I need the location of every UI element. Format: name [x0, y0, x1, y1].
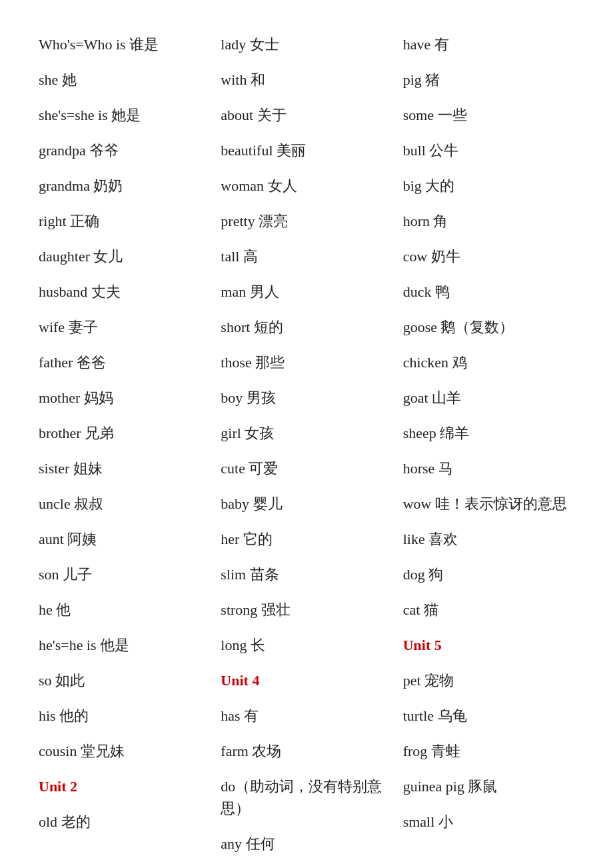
vocab-item: like 喜欢 [398, 521, 580, 557]
vocab-item: lady 女士 [215, 27, 397, 62]
column-1: Who's=Who is 谁是she 她she's=she is 她是grand… [33, 27, 215, 861]
vocab-item: tall 高 [215, 239, 397, 274]
vocab-item: bull 公牛 [398, 133, 580, 168]
vocab-item: long 长 [215, 627, 397, 663]
vocab-item: man 男人 [215, 274, 397, 309]
vocab-item: beautiful 美丽 [215, 133, 397, 168]
vocab-item: he 他 [33, 592, 215, 627]
vocab-item: cousin 堂兄妹 [33, 733, 215, 769]
vocab-item: he's=he is 他是 [33, 627, 215, 663]
vocab-item: horn 角 [398, 203, 580, 239]
vocab-item: cow 奶牛 [398, 239, 580, 274]
vocab-item: brother 兄弟 [33, 415, 215, 451]
vocab-item: boy 男孩 [215, 380, 397, 415]
vocab-item: grandpa 爷爷 [33, 133, 215, 168]
vocab-item: strong 强壮 [215, 592, 397, 627]
vocab-item: right 正确 [33, 203, 215, 239]
vocab-item: small 小 [398, 804, 580, 839]
vocab-item: wife 妻子 [33, 309, 215, 345]
vocab-item: horse 马 [398, 451, 580, 486]
vocab-item: cat 猫 [398, 592, 580, 627]
vocab-item: her 它的 [215, 521, 397, 557]
vocab-item: big 大的 [398, 168, 580, 203]
vocab-item: woman 女人 [215, 168, 397, 203]
unit-label: Unit 2 [33, 769, 215, 804]
vocab-item: pig 猪 [398, 62, 580, 97]
column-2: lady 女士with 和about 关于beautiful 美丽woman 女… [215, 27, 397, 861]
vocab-item: chicken 鸡 [398, 345, 580, 380]
unit-label: Unit 5 [398, 627, 580, 663]
vocab-item: daughter 女儿 [33, 239, 215, 274]
vocab-item: sister 姐妹 [33, 451, 215, 486]
vocab-item: with 和 [215, 62, 397, 97]
vocab-item: sheep 绵羊 [398, 415, 580, 451]
vocab-item: dog 狗 [398, 557, 580, 592]
vocab-item: pet 宠物 [398, 663, 580, 698]
vocab-item: any 任何 [215, 826, 397, 861]
vocab-item: she 她 [33, 62, 215, 97]
vocab-item: grandma 奶奶 [33, 168, 215, 203]
vocab-item: have 有 [398, 27, 580, 62]
vocab-item: mother 妈妈 [33, 380, 215, 415]
vocab-item: she's=she is 她是 [33, 97, 215, 133]
vocab-item: do（助动词，没有特别意思） [215, 769, 397, 826]
vocab-item: husband 丈夫 [33, 274, 215, 309]
vocab-item: turtle 乌龟 [398, 698, 580, 733]
vocab-item: wow 哇！表示惊讶的意思 [398, 486, 580, 521]
vocab-item: so 如此 [33, 663, 215, 698]
vocab-item: has 有 [215, 698, 397, 733]
vocab-item: farm 农场 [215, 733, 397, 769]
vocab-item: son 儿子 [33, 557, 215, 592]
vocab-item: uncle 叔叔 [33, 486, 215, 521]
vocab-item: baby 婴儿 [215, 486, 397, 521]
vocab-item: old 老的 [33, 804, 215, 839]
vocab-item: duck 鸭 [398, 274, 580, 309]
vocab-item: short 短的 [215, 309, 397, 345]
column-3: have 有pig 猪some 一些bull 公牛big 大的horn 角cow… [398, 27, 580, 861]
vocab-item: those 那些 [215, 345, 397, 380]
vocab-grid: Who's=Who is 谁是she 她she's=she is 她是grand… [33, 27, 580, 861]
vocab-item: slim 苗条 [215, 557, 397, 592]
vocab-item: goat 山羊 [398, 380, 580, 415]
vocab-item: frog 青蛙 [398, 733, 580, 769]
vocab-item: aunt 阿姨 [33, 521, 215, 557]
vocab-item: some 一些 [398, 97, 580, 133]
vocab-item: cute 可爱 [215, 451, 397, 486]
vocab-item: guinea pig 豚鼠 [398, 769, 580, 804]
vocab-item: his 他的 [33, 698, 215, 733]
vocab-item: about 关于 [215, 97, 397, 133]
vocab-item: goose 鹅（复数） [398, 309, 580, 345]
vocab-item: girl 女孩 [215, 415, 397, 451]
vocab-item: Who's=Who is 谁是 [33, 27, 215, 62]
unit-label: Unit 4 [215, 663, 397, 698]
vocab-item: father 爸爸 [33, 345, 215, 380]
vocab-item: pretty 漂亮 [215, 203, 397, 239]
